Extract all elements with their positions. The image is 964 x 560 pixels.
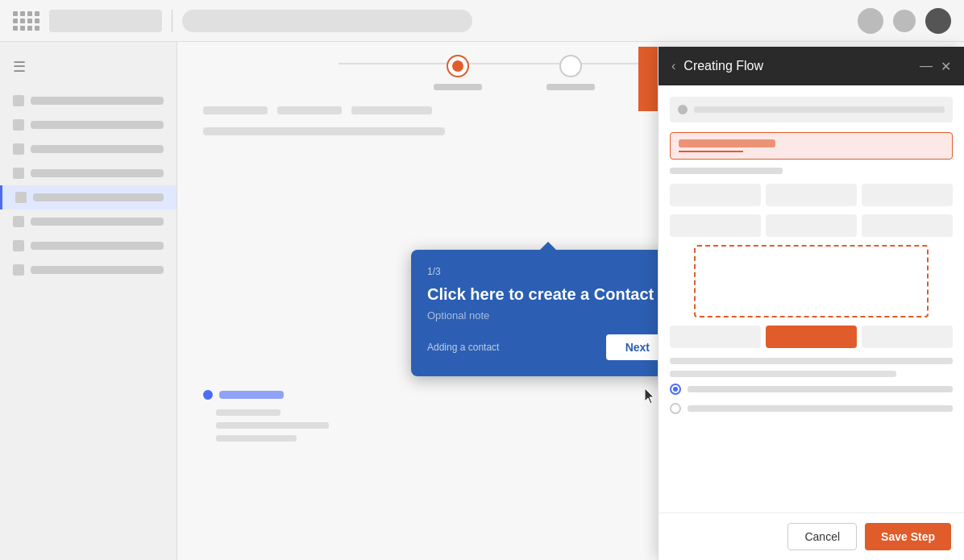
sidebar-item-5-active[interactable] (0, 185, 177, 209)
step-1-label (434, 84, 482, 90)
panel-text-row-1 (670, 358, 953, 364)
grid-btn-1[interactable] (670, 184, 761, 206)
blue-tag-text (219, 391, 284, 399)
tooltip-note: Optional note (427, 309, 669, 321)
placeholder-row (203, 127, 445, 135)
panel-grid-row-1 (670, 184, 953, 206)
grid-btn-5[interactable] (766, 214, 857, 237)
step-2-label (546, 84, 595, 90)
grid-btn-4[interactable] (670, 214, 761, 237)
search-icon (678, 105, 688, 114)
panel-body (659, 85, 964, 512)
apps-grid-icon[interactable] (13, 11, 39, 31)
icon-btn-center-colored[interactable] (766, 326, 857, 348)
error-text (679, 139, 775, 147)
panel-minimize-button[interactable]: — (920, 59, 933, 73)
grid-btn-6[interactable] (862, 214, 953, 237)
grid-btn-2[interactable] (766, 184, 857, 206)
tooltip-title: Click here to create a Contact (427, 284, 669, 305)
icon-btn-right[interactable] (862, 326, 953, 348)
grid-btn-3[interactable] (862, 184, 953, 206)
sidebar-item-4[interactable] (0, 161, 177, 185)
radio-label-2 (688, 405, 953, 412)
tooltip-popup: 1/3 ✕ Click here to create a Contact Opt… (411, 250, 685, 376)
progress-step-2 (546, 55, 595, 90)
divider (172, 10, 172, 32)
blue-dot-icon (203, 390, 213, 400)
panel-title: Creating Flow (684, 59, 912, 73)
panel-search-bar[interactable] (670, 97, 953, 122)
sidebar-item-6[interactable] (0, 209, 177, 234)
sidebar-label (31, 242, 164, 250)
error-underline (679, 151, 743, 152)
sidebar-item-7[interactable] (0, 234, 177, 258)
panel-radio-option-1[interactable] (670, 384, 953, 395)
sidebar-item-2[interactable] (0, 113, 177, 137)
panel-error-field[interactable] (670, 132, 953, 160)
main-search-bar[interactable] (182, 10, 472, 32)
search-input-placeholder (694, 106, 945, 113)
radio-unselected (670, 403, 681, 414)
sidebar: ☰ (0, 42, 177, 560)
panel-icon-row (670, 326, 953, 348)
panel-footer: Cancel Save Step (659, 512, 964, 560)
panel-text-row-2 (670, 371, 896, 377)
panel-dashed-target-box[interactable] (694, 245, 929, 317)
sidebar-icon (13, 143, 24, 155)
sidebar-label (31, 145, 164, 153)
save-step-button[interactable]: Save Step (865, 523, 951, 550)
tooltip-step-label: 1/3 (427, 266, 441, 277)
avatar-3 (925, 8, 951, 34)
sidebar-icon (13, 240, 24, 251)
sidebar-label (31, 97, 164, 105)
step-2-circle (559, 55, 582, 77)
panel-radio-option-2[interactable] (670, 403, 953, 414)
radio-selected (670, 384, 681, 395)
step-1-circle (447, 55, 469, 77)
tooltip-footer: Adding a contact Next (427, 334, 669, 360)
radio-label-1 (688, 386, 953, 392)
tooltip-header: 1/3 ✕ (427, 266, 669, 277)
tooltip-arrow (540, 242, 556, 250)
panel-header: ‹ Creating Flow — ✕ (659, 47, 964, 85)
icon-btn-left[interactable] (670, 326, 761, 348)
sidebar-label (31, 169, 164, 177)
cancel-button[interactable]: Cancel (787, 523, 857, 550)
sidebar-item-3[interactable] (0, 137, 177, 161)
sidebar-label (31, 218, 164, 226)
sidebar-icon (13, 216, 24, 227)
sidebar-label (31, 121, 164, 129)
panel-description (670, 168, 783, 174)
tooltip-footer-label: Adding a contact (427, 342, 499, 353)
sidebar-icon (13, 95, 24, 106)
sidebar-icon (13, 168, 24, 179)
sidebar-icon (15, 192, 27, 203)
app-search (49, 10, 162, 32)
top-bar (0, 0, 964, 42)
sidebar-icon (13, 119, 24, 131)
avatar-2 (893, 10, 916, 32)
sidebar-label (31, 266, 164, 274)
sidebar-label (33, 193, 164, 201)
progress-step-1 (434, 55, 482, 90)
panel-close-button[interactable]: ✕ (941, 59, 951, 74)
hamburger-icon[interactable]: ☰ (0, 52, 177, 89)
creating-flow-panel: ‹ Creating Flow — ✕ (658, 47, 964, 560)
sidebar-item-8[interactable] (0, 258, 177, 282)
panel-back-button[interactable]: ‹ (671, 60, 675, 73)
blue-tag (203, 390, 284, 400)
panel-grid-row-2 (670, 214, 953, 237)
avatar-1 (858, 8, 883, 34)
sidebar-item-1[interactable] (0, 89, 177, 113)
sidebar-icon (13, 264, 24, 276)
red-accent-strip (638, 47, 658, 111)
